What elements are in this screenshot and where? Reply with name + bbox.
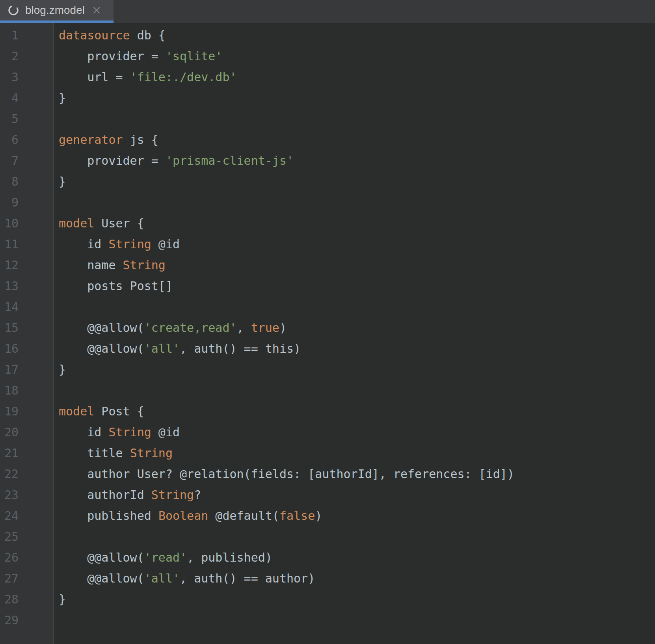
code-line[interactable]: 7 provider = 'prisma-client-js' bbox=[0, 150, 655, 171]
code-text: @@allow('all', auth() == this) bbox=[54, 338, 655, 359]
code-line[interactable]: 20 id String @id bbox=[0, 422, 655, 443]
code-text: } bbox=[54, 171, 655, 192]
code-line[interactable]: 13 posts Post[] bbox=[0, 275, 655, 296]
code-line[interactable]: 21 title String bbox=[0, 443, 655, 463]
code-text: @@allow('all', auth() == author) bbox=[54, 568, 655, 589]
code-line[interactable]: 4} bbox=[0, 87, 655, 108]
line-number[interactable]: 8 bbox=[0, 171, 54, 192]
editor-tab-bar: blog.zmodel bbox=[0, 0, 655, 23]
code-text: @@allow('create,read', true) bbox=[54, 317, 655, 338]
code-line[interactable]: 25 bbox=[0, 526, 655, 547]
line-number[interactable]: 9 bbox=[0, 192, 54, 213]
line-number[interactable]: 13 bbox=[0, 275, 54, 296]
code-line[interactable]: 26 @@allow('read', published) bbox=[0, 547, 655, 568]
line-number[interactable]: 6 bbox=[0, 129, 54, 150]
code-text: generator js { bbox=[54, 129, 655, 150]
line-number[interactable]: 3 bbox=[0, 67, 54, 87]
code-line[interactable]: 19model Post { bbox=[0, 401, 655, 422]
code-text bbox=[54, 296, 655, 317]
code-text: } bbox=[54, 589, 655, 610]
code-line[interactable]: 15 @@allow('create,read', true) bbox=[0, 317, 655, 338]
line-number[interactable]: 1 bbox=[0, 25, 54, 46]
code-text bbox=[54, 380, 655, 401]
line-number[interactable]: 24 bbox=[0, 505, 54, 526]
line-number[interactable]: 23 bbox=[0, 484, 54, 505]
code-line[interactable]: 28} bbox=[0, 589, 655, 610]
file-ring-icon bbox=[8, 5, 19, 16]
code-line[interactable]: 10model User { bbox=[0, 213, 655, 234]
code-line[interactable]: 12 name String bbox=[0, 255, 655, 275]
line-number[interactable]: 16 bbox=[0, 338, 54, 359]
line-number[interactable]: 19 bbox=[0, 401, 54, 422]
line-number[interactable]: 17 bbox=[0, 359, 54, 380]
code-text: title String bbox=[54, 443, 655, 463]
code-line[interactable]: 23 authorId String? bbox=[0, 484, 655, 505]
line-number[interactable]: 15 bbox=[0, 317, 54, 338]
code-text: model Post { bbox=[54, 401, 655, 422]
tab-blog-zmodel[interactable]: blog.zmodel bbox=[0, 0, 114, 23]
line-number[interactable]: 25 bbox=[0, 526, 54, 547]
line-number[interactable]: 29 bbox=[0, 610, 54, 631]
line-number[interactable]: 20 bbox=[0, 422, 54, 443]
code-text bbox=[54, 192, 655, 213]
code-text: url = 'file:./dev.db' bbox=[54, 67, 655, 87]
line-number[interactable]: 18 bbox=[0, 380, 54, 401]
code-text bbox=[54, 526, 655, 547]
code-text: name String bbox=[54, 255, 655, 275]
line-number[interactable]: 22 bbox=[0, 463, 54, 484]
code-text: provider = 'prisma-client-js' bbox=[54, 150, 655, 171]
code-text: } bbox=[54, 359, 655, 380]
code-line[interactable]: 17} bbox=[0, 359, 655, 380]
code-text: datasource db { bbox=[54, 25, 655, 46]
code-line[interactable]: 2 provider = 'sqlite' bbox=[0, 46, 655, 67]
line-number[interactable]: 11 bbox=[0, 234, 54, 255]
code-line[interactable]: 18 bbox=[0, 380, 655, 401]
code-text: } bbox=[54, 87, 655, 108]
code-line[interactable]: 6generator js { bbox=[0, 129, 655, 150]
code-text: author User? @relation(fields: [authorId… bbox=[54, 463, 655, 484]
line-number[interactable]: 27 bbox=[0, 568, 54, 589]
line-number[interactable]: 4 bbox=[0, 87, 54, 108]
code-line[interactable]: 24 published Boolean @default(false) bbox=[0, 505, 655, 526]
line-number[interactable]: 14 bbox=[0, 296, 54, 317]
code-text: authorId String? bbox=[54, 484, 655, 505]
code-text: @@allow('read', published) bbox=[54, 547, 655, 568]
code-line[interactable]: 16 @@allow('all', auth() == this) bbox=[0, 338, 655, 359]
close-icon[interactable] bbox=[92, 6, 101, 15]
code-text bbox=[54, 108, 655, 129]
code-editor[interactable]: 1datasource db {2 provider = 'sqlite'3 u… bbox=[0, 23, 655, 644]
code-line[interactable]: 11 id String @id bbox=[0, 234, 655, 255]
line-number[interactable]: 26 bbox=[0, 547, 54, 568]
code-line[interactable]: 9 bbox=[0, 192, 655, 213]
line-number[interactable]: 12 bbox=[0, 255, 54, 275]
code-line[interactable]: 1datasource db { bbox=[0, 25, 655, 46]
code-line[interactable]: 3 url = 'file:./dev.db' bbox=[0, 67, 655, 87]
line-number[interactable]: 7 bbox=[0, 150, 54, 171]
code-text bbox=[54, 610, 655, 631]
code-line[interactable]: 14 bbox=[0, 296, 655, 317]
code-text: id String @id bbox=[54, 234, 655, 255]
tab-title: blog.zmodel bbox=[25, 5, 85, 16]
line-number[interactable]: 21 bbox=[0, 443, 54, 463]
line-number[interactable]: 28 bbox=[0, 589, 54, 610]
code-text: posts Post[] bbox=[54, 275, 655, 296]
code-text: published Boolean @default(false) bbox=[54, 505, 655, 526]
code-line[interactable]: 8} bbox=[0, 171, 655, 192]
code-line[interactable]: 27 @@allow('all', auth() == author) bbox=[0, 568, 655, 589]
line-number[interactable]: 10 bbox=[0, 213, 54, 234]
code-line[interactable]: 29 bbox=[0, 610, 655, 631]
code-text: provider = 'sqlite' bbox=[54, 46, 655, 67]
line-number[interactable]: 2 bbox=[0, 46, 54, 67]
code-text: model User { bbox=[54, 213, 655, 234]
code-lines: 1datasource db {2 provider = 'sqlite'3 u… bbox=[0, 23, 655, 631]
code-line[interactable]: 22 author User? @relation(fields: [autho… bbox=[0, 463, 655, 484]
line-number[interactable]: 5 bbox=[0, 108, 54, 129]
code-line[interactable]: 5 bbox=[0, 108, 655, 129]
code-text: id String @id bbox=[54, 422, 655, 443]
